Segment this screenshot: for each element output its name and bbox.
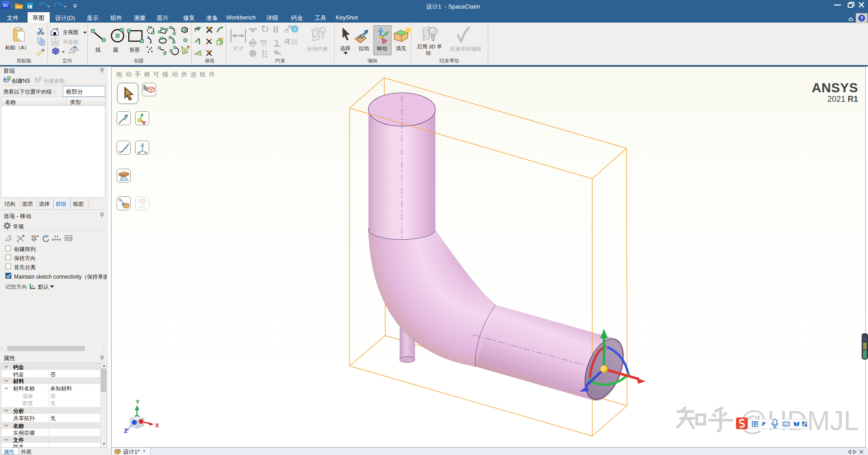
- svg-text:i: i: [294, 26, 295, 32]
- svg-text:Y: Y: [136, 398, 140, 405]
- svg-text:XYZ: XYZ: [66, 236, 72, 241]
- svg-text:?: ?: [860, 15, 863, 21]
- svg-text:SC: SC: [3, 3, 9, 8]
- svg-text:Z: Z: [124, 427, 127, 434]
- svg-text:X: X: [155, 422, 159, 429]
